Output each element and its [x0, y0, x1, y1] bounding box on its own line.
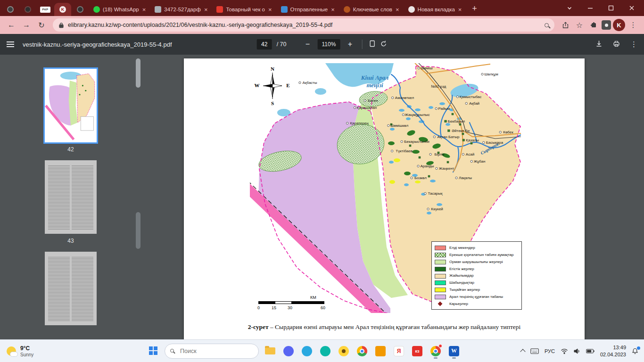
tab-close-icon[interactable]: ×	[396, 7, 399, 13]
tab-pdf-active[interactable]: K	[54, 3, 71, 16]
pdf-menu-icon[interactable]	[7, 44, 14, 45]
place-label: Басықара	[486, 140, 504, 145]
place-label: Ақбай	[469, 101, 479, 106]
place-label: Ақтан Батыр	[438, 135, 460, 139]
legend-row: Тыңайған жерлер	[435, 287, 519, 294]
extensions-puzzle-icon[interactable]	[587, 19, 600, 31]
compass-letter: W	[255, 82, 260, 88]
pinned-tab-2[interactable]	[19, 3, 36, 16]
tab-tovarny-chek[interactable]: Товарный чек о×	[212, 3, 276, 16]
share-icon[interactable]	[559, 19, 571, 31]
tab-klyuchevye-slova[interactable]: Ключевые слов×	[339, 3, 404, 16]
notifications-button[interactable]	[632, 348, 638, 354]
pinned-tab-pkp[interactable]: РКР	[37, 3, 54, 16]
keyboard-icon[interactable]	[530, 348, 539, 354]
zoom-indicator-icon[interactable]	[545, 23, 549, 27]
volume-icon[interactable]	[574, 348, 580, 354]
messenger-app-button[interactable]	[281, 343, 296, 359]
clock[interactable]: 13:49 02.04.2023	[600, 344, 626, 358]
thumbnail-page-42[interactable]	[45, 69, 97, 142]
new-tab-button[interactable]: +	[468, 2, 480, 15]
pdf-more-menu-icon[interactable]: ⋮	[630, 40, 637, 49]
reddoc-favicon	[216, 6, 223, 13]
place-label: Аманөткел	[395, 96, 414, 100]
compass-letter: N	[271, 66, 274, 72]
legend-label: Орман шаруашылығы жерлері	[449, 260, 503, 264]
tab-3472[interactable]: 3472-527дарф×	[150, 3, 212, 16]
page-total: / 70	[277, 41, 287, 48]
dark1-favicon	[7, 6, 14, 13]
chrome-active-button[interactable]	[429, 343, 443, 359]
thumbnail-page-44[interactable]	[45, 252, 97, 325]
caption-text: – Сырдария өзені атырауы мен Арал теңізі…	[269, 323, 521, 330]
profile-avatar[interactable]: K	[613, 19, 625, 31]
download-icon[interactable]	[595, 40, 603, 49]
fit-page-icon[interactable]	[369, 40, 375, 49]
page-number-input[interactable]	[257, 39, 272, 49]
tab-close-icon[interactable]: ×	[268, 7, 272, 13]
reload-button[interactable]: ↻	[35, 18, 48, 32]
file-explorer-button[interactable]	[263, 343, 277, 359]
place-label: №92 рзд	[431, 84, 446, 89]
browser-tab-strip: РКРK(18) WhatsApp×3472-527дарф×Товарный …	[0, 0, 644, 16]
mail-app-icon	[375, 346, 386, 356]
tab-novaya-vkladka[interactable]: Новая вкладка×	[404, 3, 466, 16]
legend-swatch-meadow	[435, 280, 446, 285]
window-maximize-button[interactable]	[601, 0, 621, 16]
print-icon[interactable]	[613, 40, 620, 49]
battery-icon[interactable]	[586, 349, 594, 354]
sidebar-scrollbar-track[interactable]	[136, 212, 140, 249]
map-figure: NWES Кіші Аралтеңізі Сырдария ШөмішШөлқұ…	[250, 63, 521, 313]
tab-whatsapp[interactable]: (18) WhatsApp×	[89, 3, 150, 16]
pinned-tab-3[interactable]	[72, 3, 89, 16]
place-label: Аранды	[420, 164, 434, 168]
language-indicator[interactable]: РУС	[545, 348, 555, 354]
place-label: Бекбауыл	[448, 119, 465, 123]
telegram-app-button[interactable]	[318, 343, 332, 359]
legend-label: Шабындықтар	[449, 281, 474, 285]
chrome-button[interactable]	[355, 343, 369, 359]
back-button[interactable]: ←	[5, 18, 18, 32]
tab-close-icon[interactable]: ×	[204, 7, 208, 13]
thumbnail-page-43[interactable]	[45, 160, 97, 234]
dark3-favicon	[77, 6, 83, 13]
tray-expand-chevron-icon[interactable]	[520, 349, 525, 354]
key-favicon	[344, 6, 350, 13]
pdf-toolbar: vestnik-kaznu.-seriya-geograficheskaya_2…	[0, 34, 644, 55]
mail-app-button[interactable]	[373, 343, 388, 359]
start-button[interactable]	[146, 343, 160, 359]
pdf-page: NWES Кіші Аралтеңізі Сырдария ШөмішШөлқұ…	[184, 58, 585, 339]
legend-label: Жайылымдар	[449, 274, 474, 278]
search-input[interactable]	[165, 344, 259, 359]
word-button[interactable]: W	[447, 343, 461, 359]
wifi-icon[interactable]	[561, 348, 568, 354]
window-close-button[interactable]	[621, 0, 642, 16]
yandex-button[interactable]: Я	[392, 343, 406, 359]
pinned-tab-1[interactable]	[2, 3, 19, 16]
bookmark-star-icon[interactable]: ☆	[573, 19, 586, 31]
skype-app-button[interactable]	[300, 343, 314, 359]
tab-close-icon[interactable]: ×	[331, 7, 335, 13]
thumbnail-label-42: 42	[45, 146, 97, 153]
address-bar: ← → ↻ elibrary.kaznu.kz/wp-content/uploa…	[0, 16, 644, 34]
tab-otpravlennye[interactable]: Отправленные×	[277, 3, 339, 16]
zoom-out-button[interactable]: −	[303, 40, 313, 49]
tab-close-icon[interactable]: ×	[458, 7, 462, 13]
chrome-icon	[357, 346, 367, 356]
extension-badge-icon[interactable]	[602, 20, 611, 30]
place-label: Бірлік	[434, 152, 445, 156]
omnibox[interactable]: elibrary.kaznu.kz/wp-content/uploads/202…	[53, 18, 554, 32]
browser-menu-icon[interactable]: ⋮	[627, 19, 639, 31]
tab-close-icon[interactable]: ×	[142, 7, 146, 13]
sticker-app-button[interactable]	[337, 343, 351, 359]
legend-label: Карьерлер	[449, 302, 468, 306]
rotate-icon[interactable]	[380, 40, 387, 49]
forward-button[interactable]: →	[20, 18, 33, 32]
sidebar-scrollbar-thumb[interactable]	[136, 58, 140, 88]
tab-search-chevron-icon[interactable]	[559, 0, 580, 16]
weather-widget[interactable]: 9°C Sunny	[0, 345, 75, 357]
window-minimize-button[interactable]	[580, 0, 601, 16]
pdf-filename: vestnik-kaznu.-seriya-geograficheskaya_2…	[23, 41, 172, 48]
kz-app-button[interactable]: кз	[410, 343, 424, 359]
zoom-in-button[interactable]: +	[345, 40, 355, 49]
